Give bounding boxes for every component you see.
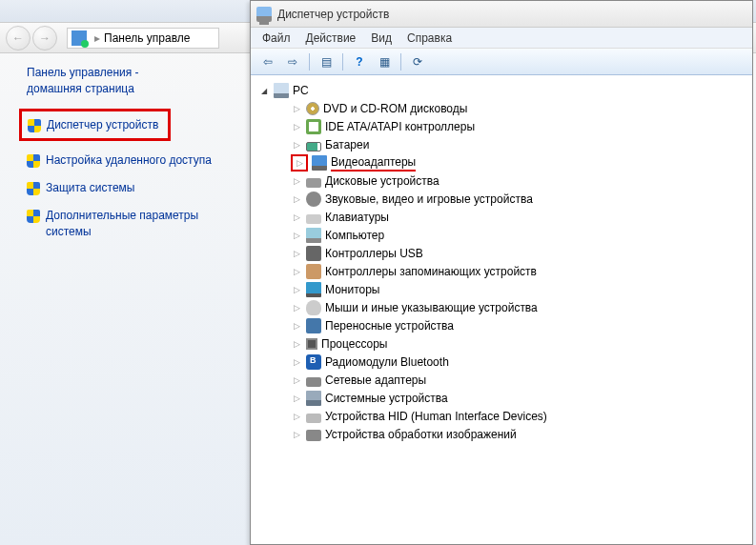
portable-icon	[306, 318, 321, 333]
device-category-node[interactable]: Системные устройства	[287, 390, 748, 407]
nav-forward-button[interactable]: →	[32, 26, 57, 50]
expand-arrow-icon[interactable]	[291, 139, 302, 151]
device-category-node[interactable]: Мыши и иные указывающие устройства	[287, 299, 748, 316]
hid-icon	[306, 414, 321, 423]
bt-icon	[306, 354, 321, 370]
device-category-node[interactable]: Батареи	[287, 136, 748, 153]
device-category-node[interactable]: Контроллеры запоминающих устройств	[287, 263, 748, 280]
properties-icon: ▤	[321, 55, 332, 69]
expand-arrow-icon[interactable]	[291, 175, 302, 187]
device-category-node[interactable]: Дисковые устройства	[287, 172, 748, 190]
arrow-right-icon: →	[39, 31, 51, 45]
expand-arrow-icon[interactable]	[291, 356, 302, 368]
help-icon: ?	[356, 55, 362, 69]
battery-icon	[306, 142, 321, 151]
expand-arrow-icon[interactable]	[291, 393, 302, 404]
input-icon	[306, 214, 321, 224]
device-category-node[interactable]: Клавиатуры	[287, 209, 748, 226]
menu-view[interactable]: Вид	[363, 30, 399, 47]
net-icon	[306, 377, 321, 387]
device-category-node[interactable]: Переносные устройства	[287, 317, 748, 334]
device-category-node[interactable]: Контроллеры USB	[287, 245, 748, 262]
device-manager-titlebar: Диспетчер устройств	[251, 1, 752, 28]
device-category-label: Видеоадаптеры	[331, 155, 416, 172]
device-category-label: Мыши и иные указывающие устройства	[325, 301, 538, 314]
expand-arrow-icon[interactable]	[291, 193, 302, 205]
device-category-node[interactable]: Компьютер	[287, 227, 748, 244]
sidebar-item-label: Диспетчер устройств	[47, 117, 158, 133]
device-category-node[interactable]: Мониторы	[287, 281, 748, 298]
device-category-node[interactable]: IDE ATA/ATAPI контроллеры	[287, 118, 748, 135]
device-tree[interactable]: PC DVD и CD-ROM дисководыIDE ATA/ATAPI к…	[251, 75, 752, 544]
sys-icon	[306, 391, 321, 406]
arrow-right-icon: ⇨	[288, 55, 297, 69]
device-category-label: Контроллеры запоминающих устройств	[325, 265, 537, 278]
device-category-label: Радиомодули Bluetooth	[325, 355, 449, 369]
toolbar-refresh-button[interactable]: ⟳	[406, 51, 429, 72]
expand-arrow-icon[interactable]	[291, 248, 302, 259]
device-category-label: Процессоры	[321, 337, 388, 351]
tree-root-node[interactable]: PC	[255, 82, 748, 99]
device-category-label: Устройства HID (Human Interface Devices)	[325, 410, 547, 423]
toolbar-properties-button[interactable]: ▤	[315, 51, 337, 72]
shield-icon	[28, 119, 41, 132]
arrow-left-icon: ⇦	[263, 55, 273, 69]
ide-icon	[306, 119, 321, 134]
expand-arrow-icon[interactable]	[291, 429, 302, 440]
device-category-node[interactable]: Устройства обработки изображений	[287, 426, 748, 443]
expand-arrow-icon[interactable]	[258, 85, 270, 96]
disc-icon	[306, 102, 319, 115]
device-category-label: Звуковые, видео и игровые устройства	[325, 192, 533, 206]
expand-arrow-icon[interactable]	[291, 320, 302, 332]
breadcrumb[interactable]: ▸ Панель управле	[67, 28, 219, 49]
expand-arrow-icon[interactable]	[291, 374, 302, 386]
expand-arrow-icon[interactable]	[291, 338, 302, 350]
sound-icon	[306, 192, 321, 207]
toolbar-back-button[interactable]: ⇦	[256, 51, 279, 72]
device-category-label: Компьютер	[325, 229, 384, 242]
menu-help[interactable]: Справка	[399, 30, 460, 47]
menu-file[interactable]: Файл	[255, 30, 298, 47]
cpu-icon	[306, 338, 317, 350]
device-category-node[interactable]: Звуковые, видео и игровые устройства	[287, 191, 748, 208]
device-category-label: Системные устройства	[325, 392, 448, 405]
device-category-label: Мониторы	[325, 283, 379, 296]
sidebar-item[interactable]: Диспетчер устройств	[19, 109, 171, 142]
comp-icon	[306, 228, 321, 243]
device-category-label: IDE ATA/ATAPI контроллеры	[325, 120, 475, 133]
expand-arrow-icon[interactable]	[291, 284, 302, 295]
device-category-node[interactable]: Радиомодули Bluetooth	[287, 353, 748, 371]
expand-arrow-icon[interactable]	[291, 103, 302, 114]
menu-action[interactable]: Действие	[298, 30, 364, 47]
toolbar: ⇦ ⇨ ▤ ? ▦ ⟳	[251, 49, 752, 75]
device-category-node[interactable]: Процессоры	[287, 335, 748, 353]
menubar: Файл Действие Вид Справка	[251, 28, 752, 49]
monitor-icon	[306, 282, 321, 297]
toolbar-help-button[interactable]: ?	[348, 51, 371, 72]
device-category-label: Дисковые устройства	[325, 174, 439, 188]
expand-arrow-icon[interactable]	[291, 302, 302, 313]
toolbar-scan-button[interactable]: ▦	[373, 51, 396, 72]
image-icon	[306, 430, 321, 441]
nav-back-button[interactable]: ←	[6, 26, 31, 50]
device-category-label: DVD и CD-ROM дисководы	[323, 102, 467, 115]
sidebar-item-label: Дополнительные параметры системы	[46, 208, 217, 240]
toolbar-forward-button[interactable]: ⇨	[281, 51, 304, 72]
shield-icon	[27, 154, 40, 168]
toolbar-separator	[400, 53, 401, 71]
computer-icon	[274, 83, 289, 98]
expand-arrow-icon[interactable]	[291, 411, 302, 422]
shield-icon	[27, 182, 40, 195]
expand-arrow-icon[interactable]	[291, 230, 302, 241]
device-category-label: Клавиатуры	[325, 211, 389, 224]
expand-arrow-icon[interactable]	[291, 212, 302, 223]
expand-arrow-icon[interactable]	[291, 121, 302, 132]
expand-arrow-icon[interactable]	[291, 266, 302, 277]
expand-arrow-icon[interactable]	[294, 157, 305, 169]
device-category-node[interactable]: DVD и CD-ROM дисководы	[287, 100, 748, 117]
device-category-node[interactable]: Видеоадаптеры	[287, 154, 748, 172]
device-category-node[interactable]: Устройства HID (Human Interface Devices)	[287, 408, 748, 425]
tree-root-label: PC	[293, 84, 309, 97]
device-category-node[interactable]: Сетевые адаптеры	[287, 372, 748, 389]
mouse-icon	[306, 300, 321, 315]
